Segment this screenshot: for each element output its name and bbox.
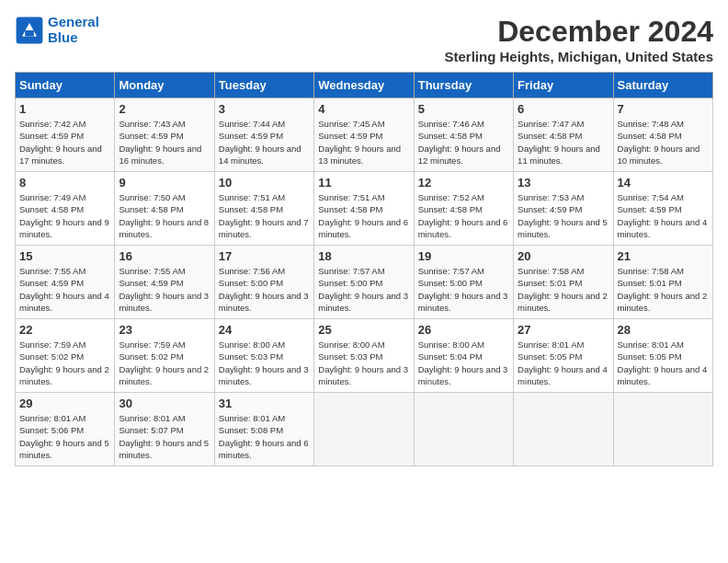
calendar-cell: 1Sunrise: 7:42 AMSunset: 4:59 PMDaylight… (16, 98, 115, 172)
day-number: 20 (518, 249, 609, 263)
day-info: Sunrise: 7:55 AMSunset: 4:59 PMDaylight:… (119, 265, 210, 314)
day-info: Sunrise: 7:51 AMSunset: 4:58 PMDaylight:… (219, 191, 310, 240)
day-number: 29 (19, 396, 110, 410)
logo: General Blue (15, 15, 99, 45)
calendar-cell: 20Sunrise: 7:58 AMSunset: 5:01 PMDayligh… (514, 246, 613, 319)
calendar-week-row: 15Sunrise: 7:55 AMSunset: 4:59 PMDayligh… (16, 246, 713, 319)
calendar-cell: 16Sunrise: 7:55 AMSunset: 4:59 PMDayligh… (115, 246, 214, 319)
calendar-cell: 23Sunrise: 7:59 AMSunset: 5:02 PMDayligh… (115, 319, 214, 393)
day-info: Sunrise: 8:00 AMSunset: 5:03 PMDaylight:… (219, 339, 310, 387)
day-number: 15 (19, 249, 110, 263)
calendar-cell: 5Sunrise: 7:46 AMSunset: 4:58 PMDaylight… (414, 98, 513, 172)
day-info: Sunrise: 7:42 AMSunset: 4:59 PMDaylight:… (19, 118, 110, 167)
weekday-header-friday: Friday (514, 73, 613, 98)
day-number: 23 (119, 323, 210, 337)
calendar-cell (514, 393, 613, 466)
weekday-header-saturday: Saturday (613, 73, 712, 98)
logo-text-blue: Blue (48, 30, 99, 46)
calendar-week-row: 8Sunrise: 7:49 AMSunset: 4:58 PMDaylight… (16, 172, 713, 246)
day-info: Sunrise: 7:47 AMSunset: 4:58 PMDaylight:… (518, 118, 609, 167)
day-number: 21 (618, 249, 709, 263)
day-info: Sunrise: 7:46 AMSunset: 4:58 PMDaylight:… (418, 118, 509, 167)
day-number: 30 (119, 396, 210, 410)
calendar-cell (414, 393, 513, 466)
day-number: 22 (19, 323, 110, 337)
calendar-cell: 29Sunrise: 8:01 AMSunset: 5:06 PMDayligh… (16, 393, 115, 466)
weekday-header-tuesday: Tuesday (214, 73, 313, 98)
day-info: Sunrise: 8:01 AMSunset: 5:05 PMDaylight:… (618, 339, 709, 387)
day-info: Sunrise: 7:44 AMSunset: 4:59 PMDaylight:… (219, 118, 310, 167)
calendar-header-row: SundayMondayTuesdayWednesdayThursdayFrid… (16, 73, 713, 98)
calendar-cell: 6Sunrise: 7:47 AMSunset: 4:58 PMDaylight… (514, 98, 613, 172)
day-info: Sunrise: 7:48 AMSunset: 4:58 PMDaylight:… (618, 118, 709, 167)
day-info: Sunrise: 7:54 AMSunset: 4:59 PMDaylight:… (618, 191, 709, 240)
calendar-cell: 30Sunrise: 8:01 AMSunset: 5:07 PMDayligh… (115, 393, 214, 466)
day-info: Sunrise: 8:01 AMSunset: 5:07 PMDaylight:… (119, 412, 210, 461)
day-number: 17 (219, 249, 310, 263)
day-number: 31 (219, 396, 310, 410)
day-info: Sunrise: 7:56 AMSunset: 5:00 PMDaylight:… (219, 265, 310, 314)
day-number: 5 (418, 102, 509, 116)
day-number: 9 (119, 176, 210, 190)
calendar-cell: 17Sunrise: 7:56 AMSunset: 5:00 PMDayligh… (214, 246, 313, 319)
day-info: Sunrise: 7:45 AMSunset: 4:59 PMDaylight:… (318, 118, 409, 167)
calendar-cell: 4Sunrise: 7:45 AMSunset: 4:59 PMDaylight… (314, 98, 414, 172)
calendar-cell (613, 393, 712, 466)
calendar-cell: 21Sunrise: 7:58 AMSunset: 5:01 PMDayligh… (613, 246, 712, 319)
weekday-header-wednesday: Wednesday (314, 73, 414, 98)
day-number: 12 (418, 176, 509, 190)
day-info: Sunrise: 7:55 AMSunset: 4:59 PMDaylight:… (19, 265, 110, 314)
day-number: 4 (318, 102, 409, 116)
calendar-cell: 24Sunrise: 8:00 AMSunset: 5:03 PMDayligh… (214, 319, 313, 393)
calendar-cell: 25Sunrise: 8:00 AMSunset: 5:03 PMDayligh… (314, 319, 414, 393)
calendar-cell: 18Sunrise: 7:57 AMSunset: 5:00 PMDayligh… (314, 246, 414, 319)
calendar-week-row: 29Sunrise: 8:01 AMSunset: 5:06 PMDayligh… (16, 393, 713, 466)
day-number: 18 (318, 249, 409, 263)
day-number: 24 (219, 323, 310, 337)
day-number: 27 (518, 323, 609, 337)
logo-wordmark: General Blue (48, 15, 99, 45)
day-info: Sunrise: 7:57 AMSunset: 5:00 PMDaylight:… (318, 265, 409, 314)
day-info: Sunrise: 8:01 AMSunset: 5:05 PMDaylight:… (518, 339, 609, 387)
calendar-cell: 8Sunrise: 7:49 AMSunset: 4:58 PMDaylight… (16, 172, 115, 246)
day-number: 28 (618, 323, 709, 337)
day-number: 10 (219, 176, 310, 190)
day-info: Sunrise: 7:58 AMSunset: 5:01 PMDaylight:… (618, 265, 709, 314)
calendar-cell: 2Sunrise: 7:43 AMSunset: 4:59 PMDaylight… (115, 98, 214, 172)
day-info: Sunrise: 8:00 AMSunset: 5:04 PMDaylight:… (418, 339, 509, 387)
day-info: Sunrise: 7:51 AMSunset: 4:58 PMDaylight:… (318, 191, 409, 240)
calendar-cell: 3Sunrise: 7:44 AMSunset: 4:59 PMDaylight… (214, 98, 313, 172)
calendar-cell: 15Sunrise: 7:55 AMSunset: 4:59 PMDayligh… (16, 246, 115, 319)
day-info: Sunrise: 7:58 AMSunset: 5:01 PMDaylight:… (518, 265, 609, 314)
day-info: Sunrise: 7:43 AMSunset: 4:59 PMDaylight:… (119, 118, 210, 167)
calendar-cell: 10Sunrise: 7:51 AMSunset: 4:58 PMDayligh… (214, 172, 313, 246)
weekday-header-monday: Monday (115, 73, 214, 98)
day-number: 1 (19, 102, 110, 116)
day-info: Sunrise: 7:57 AMSunset: 5:00 PMDaylight:… (418, 265, 509, 314)
day-info: Sunrise: 7:53 AMSunset: 4:59 PMDaylight:… (518, 191, 609, 240)
calendar-cell: 31Sunrise: 8:01 AMSunset: 5:08 PMDayligh… (214, 393, 313, 466)
day-info: Sunrise: 7:49 AMSunset: 4:58 PMDaylight:… (19, 191, 110, 240)
location-subtitle: Sterling Heights, Michigan, United State… (444, 49, 713, 64)
logo-text-general: General (48, 14, 99, 29)
day-number: 16 (119, 249, 210, 263)
calendar-table: SundayMondayTuesdayWednesdayThursdayFrid… (15, 72, 713, 466)
calendar-week-row: 1Sunrise: 7:42 AMSunset: 4:59 PMDaylight… (16, 98, 713, 172)
calendar-cell: 28Sunrise: 8:01 AMSunset: 5:05 PMDayligh… (613, 319, 712, 393)
day-number: 6 (518, 102, 609, 116)
calendar-cell: 13Sunrise: 7:53 AMSunset: 4:59 PMDayligh… (514, 172, 613, 246)
day-info: Sunrise: 7:50 AMSunset: 4:58 PMDaylight:… (119, 191, 210, 240)
calendar-cell: 7Sunrise: 7:48 AMSunset: 4:58 PMDaylight… (613, 98, 712, 172)
day-info: Sunrise: 8:01 AMSunset: 5:08 PMDaylight:… (219, 412, 310, 461)
page-header: General Blue December 2024 Sterling Heig… (15, 15, 713, 64)
calendar-cell: 11Sunrise: 7:51 AMSunset: 4:58 PMDayligh… (314, 172, 414, 246)
day-number: 3 (219, 102, 310, 116)
calendar-cell: 12Sunrise: 7:52 AMSunset: 4:58 PMDayligh… (414, 172, 513, 246)
day-number: 25 (318, 323, 409, 337)
day-number: 7 (618, 102, 709, 116)
weekday-header-thursday: Thursday (414, 73, 513, 98)
day-number: 13 (518, 176, 609, 190)
calendar-cell: 27Sunrise: 8:01 AMSunset: 5:05 PMDayligh… (514, 319, 613, 393)
month-title: December 2024 (444, 15, 713, 49)
day-info: Sunrise: 8:01 AMSunset: 5:06 PMDaylight:… (19, 412, 110, 461)
